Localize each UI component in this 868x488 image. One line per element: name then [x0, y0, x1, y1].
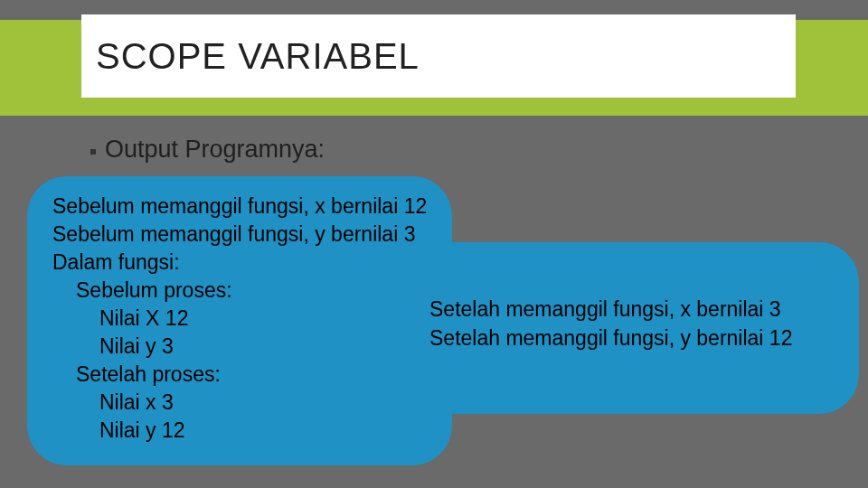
- subtitle-row: Output Programnya:: [90, 136, 325, 164]
- slide: SCOPE VARIABEL Output Programnya: Sebelu…: [0, 0, 868, 488]
- output-line: Setelah memanggil fungsi, y bernilai 12: [429, 324, 843, 352]
- subtitle-text: Output Programnya:: [105, 136, 325, 164]
- bullet-icon: [90, 149, 96, 155]
- output-line: Sebelum memanggil fungsi, y bernilai 3: [52, 221, 438, 249]
- slide-title: SCOPE VARIABEL: [96, 36, 420, 77]
- output-line: Nilai y 12: [52, 417, 438, 445]
- output-box-right: Setelah memanggil fungsi, x bernilai 3 S…: [366, 242, 859, 414]
- output-line: Sebelum memanggil fungsi, x bernilai 12: [52, 192, 438, 221]
- title-block: SCOPE VARIABEL: [81, 14, 796, 98]
- output-line: Setelah memanggil fungsi, x bernilai 3: [429, 295, 843, 324]
